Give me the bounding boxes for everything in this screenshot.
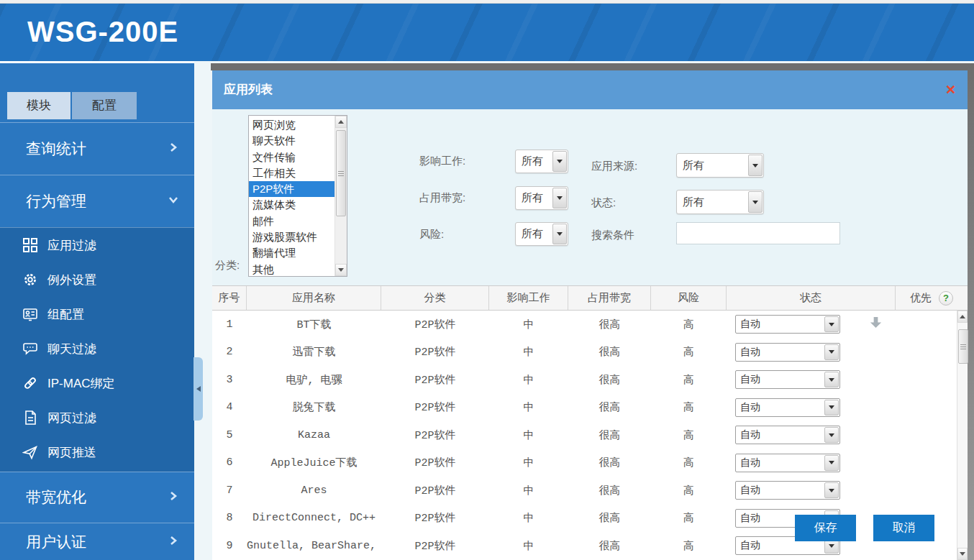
app-category: P2P软件: [381, 373, 489, 387]
chevron-down-icon: [168, 195, 178, 208]
category-option-selected[interactable]: P2P软件: [249, 181, 334, 197]
category-option[interactable]: 聊天软件: [249, 133, 334, 149]
arrow-down-icon: [960, 552, 965, 559]
category-option[interactable]: 文件传输: [249, 150, 334, 165]
priority-down-arrow-icon[interactable]: [869, 316, 883, 333]
app-name: AppleJuice下载: [247, 456, 381, 469]
app-risk: 高: [651, 511, 727, 525]
risk-filter-select[interactable]: 所有: [515, 222, 568, 246]
scrollbar-thumb[interactable]: [336, 130, 346, 216]
app-risk: 高: [651, 539, 727, 553]
category-listbox[interactable]: 网页浏览 聊天软件 文件传输 工作相关 P2P软件 流媒体类 邮件 游戏股票软件…: [248, 115, 347, 277]
status-value: 自动: [736, 426, 824, 444]
table-row: 6 AppleJuice下载 P2P软件 中 很高 高 自动: [212, 449, 957, 477]
source-filter-value: 所有: [677, 154, 747, 177]
sidebar-item-exception-settings[interactable]: 例外设置: [0, 262, 194, 297]
sidebar-item-label: 网页推送: [47, 444, 96, 461]
sidebar-group-behavior-mgmt[interactable]: 行为管理: [0, 175, 194, 227]
sidebar-item-group-config[interactable]: 组配置: [0, 297, 194, 331]
category-items: 网页浏览 聊天软件 文件传输 工作相关 P2P软件 流媒体类 邮件 游戏股票软件…: [249, 117, 334, 277]
close-icon[interactable]: ✕: [945, 70, 956, 109]
sidebar-collapse-handle[interactable]: [194, 357, 203, 421]
sidebar-group-user-auth[interactable]: 用户认证: [0, 523, 194, 560]
bandwidth-filter-label: 占用带宽:: [419, 191, 465, 205]
status-select[interactable]: 自动: [735, 454, 840, 472]
app-bandwidth: 很高: [568, 539, 651, 553]
category-option[interactable]: 游戏股票软件: [249, 229, 334, 245]
app-bandwidth: 很高: [568, 511, 651, 525]
bandwidth-filter-select[interactable]: 所有: [515, 186, 568, 210]
app-name: 迅雷下载: [247, 345, 381, 359]
sidebar-item-app-filter[interactable]: 应用过滤: [0, 228, 194, 262]
table-row: 1 BT下载 P2P软件 中 很高 高 自动: [212, 311, 957, 339]
status-select[interactable]: 自动: [735, 398, 840, 417]
app-category: P2P软件: [381, 511, 489, 525]
listbox-scrollbar[interactable]: [334, 116, 347, 276]
source-filter-select[interactable]: 所有: [676, 153, 764, 178]
scroll-up-button[interactable]: [957, 311, 968, 323]
content-area: 应用列表 ✕ 分类: 网页浏览 聊天软件 文件传输 工作相关 P2P软件 流媒体…: [194, 61, 974, 560]
category-label: 分类:: [215, 259, 240, 272]
save-button[interactable]: 保存: [795, 515, 856, 541]
app-impact: 中: [489, 400, 568, 414]
scrollbar-thumb[interactable]: [958, 329, 968, 364]
help-icon[interactable]: ?: [939, 291, 953, 306]
app-impact: 中: [489, 456, 568, 469]
status-select[interactable]: 自动: [735, 481, 840, 500]
status-select[interactable]: 自动: [735, 370, 840, 389]
search-condition-input[interactable]: [676, 222, 840, 244]
group-label: 查询统计: [26, 139, 86, 159]
combo-arrow-icon: [552, 188, 567, 208]
dialog-title: 应用列表: [224, 70, 273, 109]
row-number: 3: [212, 374, 247, 386]
category-option[interactable]: 翻墙代理: [249, 245, 334, 261]
status-select[interactable]: 自动: [735, 315, 840, 334]
scroll-down-button[interactable]: [335, 264, 347, 276]
sidebar-group-query-stats[interactable]: 查询统计: [0, 122, 194, 175]
tab-config[interactable]: 配置: [72, 92, 137, 119]
page: WSG-200E 模块 配置 查询统计 行为管理 应用过滤 例外设置 组配: [0, 0, 974, 560]
category-option[interactable]: 邮件: [249, 214, 334, 229]
sidebar-item-label: 应用过滤: [47, 237, 96, 254]
link-icon: [22, 375, 39, 392]
send-icon: [22, 444, 39, 461]
sidebar-item-ip-mac-binding[interactable]: IP-MAC绑定: [0, 366, 194, 400]
app-risk: 高: [651, 456, 727, 469]
app-risk: 高: [651, 428, 727, 442]
chevron-right-icon: [168, 491, 178, 504]
category-option[interactable]: 流媒体类: [249, 197, 334, 213]
app-name: Gnutella, BearShare, iM…: [247, 540, 381, 552]
sidebar-item-label: 例外设置: [47, 272, 96, 288]
sidebar-item-web-push[interactable]: 网页推送: [0, 435, 194, 469]
app-bandwidth: 很高: [568, 373, 651, 387]
sidebar-item-chat-filter[interactable]: 聊天过滤: [0, 331, 194, 366]
table-scrollbar[interactable]: [957, 311, 968, 560]
app-risk: 高: [651, 400, 727, 414]
dialog-body: 分类: 网页浏览 聊天软件 文件传输 工作相关 P2P软件 流媒体类 邮件 游戏…: [212, 109, 968, 560]
bandwidth-filter-value: 所有: [516, 187, 552, 209]
app-bandwidth: 很高: [568, 428, 651, 442]
sidebar-item-label: 聊天过滤: [47, 341, 96, 357]
cancel-button[interactable]: 取消: [873, 515, 934, 541]
sidebar-item-label: IP-MAC绑定: [47, 375, 115, 392]
impact-filter-select[interactable]: 所有: [515, 150, 568, 173]
category-option[interactable]: 网页浏览: [249, 117, 334, 133]
sidebar-item-label: 网页过滤: [47, 410, 96, 426]
combo-arrow-icon: [824, 400, 839, 416]
app-risk: 高: [651, 484, 727, 497]
status-filter-select[interactable]: 所有: [676, 190, 764, 214]
chevron-right-icon: [168, 142, 178, 155]
status-select[interactable]: 自动: [735, 343, 840, 362]
sidebar-item-web-filter[interactable]: 网页过滤: [0, 400, 194, 435]
category-option[interactable]: 其他: [249, 262, 334, 277]
sidebar-submenu: 应用过滤 例外设置 组配置 聊天过滤 IP-MAC绑定 网页过滤: [0, 227, 194, 472]
scroll-down-button[interactable]: [957, 548, 968, 560]
tab-modules[interactable]: 模块: [7, 92, 70, 119]
window-frame-top: [211, 63, 974, 70]
sidebar-group-bandwidth-opt[interactable]: 带宽优化: [0, 472, 194, 523]
category-option[interactable]: 工作相关: [249, 165, 334, 181]
window-frame-right: [968, 63, 974, 560]
scroll-up-button[interactable]: [335, 116, 347, 128]
combo-arrow-icon: [824, 344, 839, 360]
status-select[interactable]: 自动: [735, 426, 840, 444]
